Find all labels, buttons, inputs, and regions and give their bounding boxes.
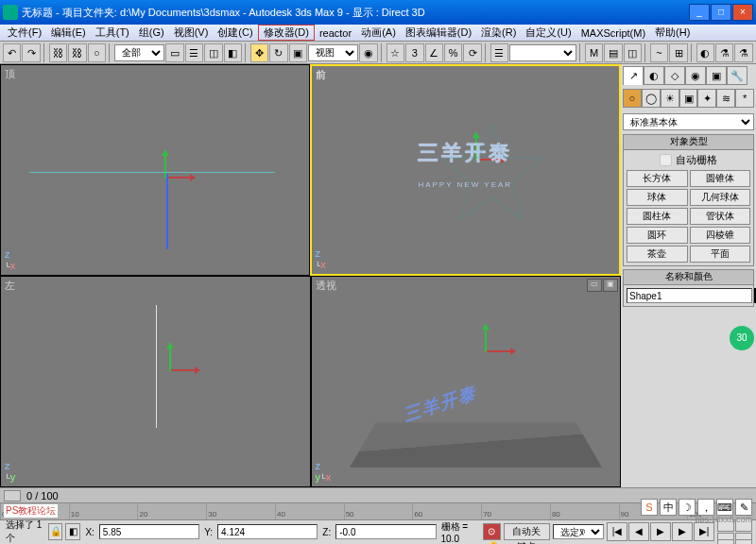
link-button[interactable]: ⛓ [49, 43, 67, 62]
autokey-toggle-button[interactable]: ⊙🔑 [483, 523, 501, 540]
undo-button[interactable]: ↶ [3, 43, 21, 62]
snap-button[interactable]: 3 [405, 43, 423, 62]
named-selection-combo[interactable] [509, 44, 576, 61]
selection-filter-combo[interactable]: 全部 [114, 44, 164, 61]
plane-button[interactable]: 平面 [690, 246, 751, 263]
prev-frame-button[interactable]: ◀ [628, 522, 649, 541]
autokey-button[interactable]: 自动关键点 [504, 523, 550, 540]
utilities-tab[interactable]: 🔧 [727, 66, 747, 85]
x-coord-input[interactable] [99, 524, 199, 539]
menu-create[interactable]: 创建(C) [213, 26, 257, 40]
menu-help[interactable]: 帮助(H) [650, 26, 695, 40]
layer-button[interactable]: ◫ [624, 43, 642, 62]
play-button[interactable]: ▶ [650, 522, 671, 541]
lights-subtab[interactable]: ☀ [661, 89, 679, 108]
select-name-button[interactable]: ☰ [185, 43, 203, 62]
vp-max-button[interactable]: ▣ [603, 279, 618, 292]
motion-tab[interactable]: ◉ [685, 66, 706, 85]
refcoord-combo[interactable]: 视图 [308, 44, 358, 61]
systems-subtab[interactable]: * [735, 89, 754, 108]
geosphere-button[interactable]: 几何球体 [690, 189, 751, 206]
keymode-combo[interactable]: 选定对象 [553, 524, 604, 539]
render-scene-button[interactable]: ⚗ [715, 43, 733, 62]
menu-animation[interactable]: 动画(A) [356, 26, 401, 40]
pan-button[interactable] [717, 539, 734, 545]
move-button[interactable]: ✥ [250, 43, 268, 62]
cone-button[interactable]: 圆锥体 [690, 170, 751, 187]
hierarchy-tab[interactable]: ◇ [664, 66, 685, 85]
curve-editor-button[interactable]: ~ [650, 43, 668, 62]
mirror-button[interactable]: M [585, 43, 603, 62]
viewport-left[interactable]: 左 z└y [0, 276, 311, 487]
menu-graph[interactable]: 图表编辑器(D) [401, 26, 476, 40]
y-coord-input[interactable] [217, 524, 318, 539]
space-warps-subtab[interactable]: ≋ [716, 89, 735, 108]
menu-file[interactable]: 文件(F) [3, 26, 46, 40]
torus-button[interactable]: 圆环 [627, 227, 688, 244]
minimize-button[interactable]: _ [689, 4, 710, 21]
rotate-button[interactable]: ↻ [269, 43, 287, 62]
menu-custom[interactable]: 自定义(U) [521, 26, 576, 40]
select-region-button[interactable]: ◫ [204, 43, 222, 62]
named-sets-button[interactable]: ☰ [490, 43, 508, 62]
geometry-subtab[interactable]: ○ [623, 89, 642, 108]
arc-rotate-button[interactable] [735, 539, 752, 545]
close-button[interactable]: × [732, 4, 753, 21]
angle-snap-button[interactable]: ∠ [425, 43, 443, 62]
name-color-rollout[interactable]: 名称和颜色 [624, 270, 753, 285]
time-slider-handle[interactable] [4, 490, 21, 502]
goto-end-button[interactable]: ▶| [694, 522, 714, 541]
menu-modifiers[interactable]: 修改器(D) [258, 25, 315, 41]
box-button[interactable]: 长方体 [627, 170, 688, 187]
menu-edit[interactable]: 编辑(E) [46, 26, 91, 40]
viewport-front[interactable]: 前 三羊开泰 HAPPY NEW YEAR z└x [310, 64, 622, 276]
ime-sogou-icon[interactable]: S [641, 499, 658, 516]
viewport-perspective[interactable]: 透视 ▭▣ 三羊开泰 zy└x [311, 276, 622, 487]
vp-smooth-button[interactable]: ▭ [587, 279, 602, 292]
schematic-button[interactable]: ⊞ [669, 43, 687, 62]
modify-tab[interactable]: ◐ [644, 66, 664, 85]
abs-rel-button[interactable]: ◧ [65, 523, 80, 540]
teapot-button[interactable]: 茶壶 [627, 246, 688, 263]
menu-reactor[interactable]: reactor [315, 27, 356, 39]
manipulate-button[interactable]: ☆ [387, 43, 404, 62]
z-coord-input[interactable] [335, 524, 436, 539]
maximize-button[interactable]: □ [711, 4, 731, 21]
object-name-input[interactable] [627, 288, 752, 303]
scale-button[interactable]: ▣ [289, 43, 307, 62]
bind-button[interactable]: ○ [88, 43, 106, 62]
tube-button[interactable]: 管状体 [690, 208, 751, 225]
goto-start-button[interactable]: |◀ [607, 522, 627, 541]
ime-punct-icon[interactable]: ， [697, 499, 714, 516]
cylinder-button[interactable]: 圆柱体 [627, 208, 688, 225]
display-tab[interactable]: ▣ [706, 66, 727, 85]
viewport-top[interactable]: 顶 z└x [0, 64, 310, 276]
menu-group[interactable]: 组(G) [134, 26, 169, 40]
menu-tools[interactable]: 工具(T) [91, 26, 134, 40]
window-crossing-button[interactable]: ◧ [224, 43, 242, 62]
helpers-subtab[interactable]: ✦ [697, 89, 716, 108]
material-button[interactable]: ◐ [696, 43, 714, 62]
quick-render-button[interactable]: ⚗ [734, 43, 752, 62]
autogrid-checkbox[interactable] [660, 154, 672, 166]
pyramid-button[interactable]: 四棱锥 [690, 227, 751, 244]
ime-moon-icon[interactable]: ☽ [679, 499, 696, 516]
ime-settings-icon[interactable]: ✎ [735, 499, 752, 516]
menu-maxscript[interactable]: MAXScript(M) [576, 27, 650, 39]
lock-selection-button[interactable]: 🔒 [48, 523, 63, 540]
align-button[interactable]: ▤ [604, 43, 622, 62]
sphere-button[interactable]: 球体 [627, 189, 688, 206]
percent-snap-button[interactable]: % [444, 43, 462, 62]
menu-render[interactable]: 渲染(R) [476, 26, 521, 40]
create-tab[interactable]: ↗ [623, 66, 644, 85]
primitive-type-combo[interactable]: 标准基本体 [623, 113, 754, 130]
ime-keyboard-icon[interactable]: ⌨ [716, 499, 733, 516]
menu-views[interactable]: 视图(V) [169, 26, 214, 40]
shapes-subtab[interactable]: ◯ [642, 89, 661, 108]
redo-button[interactable]: ↷ [22, 43, 40, 62]
pivot-button[interactable]: ◉ [359, 43, 377, 62]
cameras-subtab[interactable]: ▣ [679, 89, 698, 108]
unlink-button[interactable]: ⛓ [68, 43, 86, 62]
select-button[interactable]: ▭ [165, 43, 183, 62]
ime-lang-icon[interactable]: 中 [660, 499, 677, 516]
